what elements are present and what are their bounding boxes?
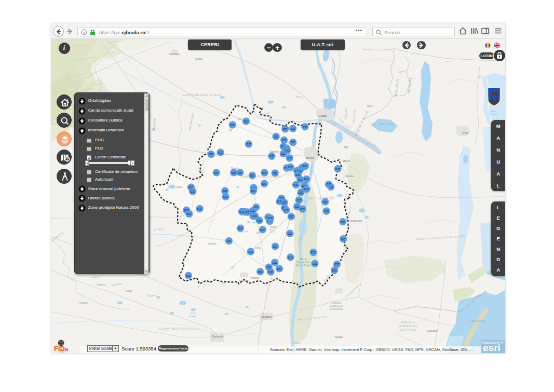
svg-text:CC: CC	[304, 187, 309, 191]
svg-text:CC: CC	[284, 208, 289, 212]
svg-text:C A M P I A B U Z A U - S I: C A M P I A B U Z A U - S I R E T	[182, 93, 221, 96]
svg-text:P O D I S U L: P O D I S U L	[401, 321, 415, 323]
svg-text:CC: CC	[190, 189, 195, 193]
svg-text:CC: CC	[335, 167, 341, 170]
svg-text:CC: CC	[274, 134, 279, 138]
svg-text:CC: CC	[257, 218, 262, 222]
svg-text:CC: CC	[298, 178, 303, 181]
svg-text:CC: CC	[252, 214, 258, 218]
svg-text:Dudesti: Dudesti	[208, 242, 216, 245]
svg-text:CC: CC	[218, 150, 223, 154]
svg-text:CC: CC	[290, 127, 295, 130]
svg-text:M 15: M 15	[446, 60, 451, 62]
svg-text:CENTRALE: CENTRALE	[330, 307, 343, 310]
svg-text:CC: CC	[291, 140, 296, 144]
svg-text:Slobozia: Slobozia	[212, 334, 223, 337]
svg-text:CC: CC	[311, 250, 316, 254]
svg-text:CC: CC	[299, 191, 304, 194]
svg-text:CC: CC	[282, 200, 287, 204]
svg-text:CC: CC	[238, 226, 243, 229]
svg-text:CC: CC	[295, 205, 300, 208]
svg-text:CC: CC	[238, 170, 243, 174]
svg-text:CC: CC	[304, 177, 309, 181]
svg-text:B A L T I L E M A R I T E: B A L T I L E M A R I T E	[308, 197, 333, 200]
svg-text:CC: CC	[262, 170, 267, 174]
svg-text:CC: CC	[269, 154, 275, 158]
svg-text:Braila: Braila	[306, 156, 314, 159]
svg-text:Topalu: Topalu	[334, 335, 343, 338]
svg-text:CC: CC	[187, 212, 192, 215]
svg-text:Ulmu: Ulmu	[255, 246, 261, 249]
svg-text:CC: CC	[277, 266, 282, 270]
svg-text:CC: CC	[288, 165, 293, 169]
svg-text:CC: CC	[223, 195, 228, 198]
svg-text:Mica a Brailei: Mica a Brailei	[296, 264, 310, 266]
svg-text:CC: CC	[254, 205, 259, 209]
svg-text:CC: CC	[273, 244, 278, 248]
svg-text:Kugurlui: Kugurlui	[489, 112, 498, 115]
svg-text:CC: CC	[303, 164, 308, 168]
svg-text:PODISUL: PODISUL	[331, 301, 342, 304]
svg-text:Suraia: Suraia	[195, 57, 202, 60]
svg-text:Jijila: Jijila	[343, 145, 348, 148]
svg-text:CC: CC	[268, 216, 273, 220]
svg-text:Natural Balta: Natural Balta	[296, 261, 310, 263]
svg-text:DOBROGEI: DOBROGEI	[330, 304, 343, 307]
svg-text:CC: CC	[288, 255, 293, 259]
svg-text:CC: CC	[258, 269, 263, 273]
svg-text:CC: CC	[246, 142, 251, 145]
svg-text:CC: CC	[223, 189, 228, 193]
svg-text:Carcaliu: Carcaliu	[345, 174, 354, 177]
svg-text:Insuratei: Insuratei	[239, 279, 249, 281]
svg-text:CC: CC	[324, 209, 329, 212]
svg-text:CC: CC	[268, 269, 274, 273]
svg-text:CC: CC	[244, 119, 249, 123]
svg-text:Cogealac: Cogealac	[426, 329, 438, 332]
svg-text:Victoria: Victoria	[250, 276, 259, 279]
svg-text:Ozeru Kagul: Ozeru Kagul	[379, 121, 394, 125]
svg-text:CC: CC	[248, 249, 253, 253]
svg-text:Cocora: Cocora	[147, 294, 155, 296]
svg-text:Focsani: Focsani	[169, 52, 179, 55]
svg-text:CC: CC	[293, 183, 299, 186]
svg-text:Lacul: Lacul	[190, 312, 196, 314]
svg-text:CC: CC	[251, 188, 256, 192]
svg-text:Galbenu: Galbenu	[97, 283, 106, 286]
svg-text:CC: CC	[289, 214, 294, 218]
svg-text:Parcul: Parcul	[300, 258, 306, 260]
svg-text:CC: CC	[260, 227, 265, 231]
svg-text:161 m: 161 m	[294, 341, 301, 344]
svg-text:CC: CC	[332, 268, 337, 272]
svg-text:CC: CC	[214, 170, 219, 174]
svg-text:- S I R E T: - S I R E T	[152, 227, 164, 231]
svg-text:E87: E87	[479, 75, 483, 77]
svg-text:CC: CC	[283, 127, 288, 130]
svg-text:Romanu: Romanu	[269, 150, 279, 153]
svg-text:CC: CC	[186, 274, 191, 277]
svg-text:CC: CC	[262, 181, 267, 185]
svg-text:CC: CC	[209, 152, 214, 156]
svg-text:CC: CC	[334, 262, 340, 266]
svg-text:CC: CC	[326, 182, 331, 186]
svg-text:C A M P I A B A R A G A N U: C A M P I A B A R A G A N U L U I	[159, 327, 199, 330]
svg-text:Ismail: Ismail	[462, 131, 468, 134]
svg-text:C E N T R A L E: C E N T R A L E	[400, 328, 417, 331]
svg-text:CC: CC	[287, 156, 292, 159]
svg-text:Reni: Reni	[367, 104, 372, 107]
svg-text:CC: CC	[230, 123, 235, 126]
svg-text:Ozeru: Ozeru	[490, 109, 496, 112]
svg-text:CC: CC	[197, 207, 202, 210]
svg-text:CC: CC	[323, 200, 328, 204]
svg-text:CC: CC	[282, 138, 287, 142]
svg-text:CC: CC	[288, 231, 293, 235]
svg-text:CC: CC	[341, 237, 346, 240]
svg-text:CC: CC	[232, 170, 237, 174]
svg-text:Urziceni: Urziceni	[79, 301, 88, 304]
svg-text:CC: CC	[273, 171, 278, 174]
svg-text:Jirlau: Jirlau	[176, 186, 182, 188]
svg-text:Galati: Galati	[318, 114, 327, 117]
svg-text:CC: CC	[341, 220, 346, 223]
svg-text:Lacul Sinoe: Lacul Sinoe	[470, 319, 485, 322]
svg-text:CC: CC	[273, 260, 278, 264]
svg-text:Grindu: Grindu	[125, 289, 132, 292]
